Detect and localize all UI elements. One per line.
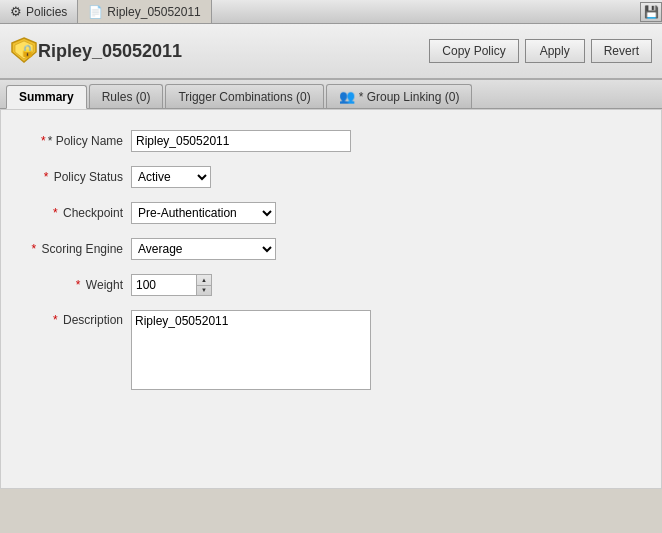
tab-trigger[interactable]: Trigger Combinations (0) <box>165 84 323 108</box>
description-row: * Description Ripley_05052011 <box>21 310 641 390</box>
header-bar: 🔒 Ripley_05052011 Copy Policy Apply Reve… <box>0 24 662 80</box>
weight-input[interactable] <box>131 274 196 296</box>
save-icon: 💾 <box>644 5 659 19</box>
page-title: Ripley_05052011 <box>38 41 429 62</box>
gear-icon: ⚙ <box>10 4 22 19</box>
scoring-engine-label: * Scoring Engine <box>21 242 131 256</box>
policies-tab-label: Policies <box>26 5 67 19</box>
policy-status-select[interactable]: Active Inactive <box>131 166 211 188</box>
scoring-engine-select-wrap: Average Minimum Maximum Sum <box>131 238 276 260</box>
weight-row: * Weight ▲ ▼ <box>21 274 641 296</box>
scoring-engine-row: * Scoring Engine Average Minimum Maximum… <box>21 238 641 260</box>
tab-group-linking-label: * Group Linking (0) <box>359 90 460 104</box>
checkpoint-select[interactable]: Pre-Authentication Post-Authentication P… <box>131 202 276 224</box>
weight-spinner[interactable]: ▲ ▼ <box>196 274 212 296</box>
revert-button[interactable]: Revert <box>591 39 652 63</box>
policy-status-select-wrap: Active Inactive <box>131 166 211 188</box>
checkpoint-label: * Checkpoint <box>21 206 131 220</box>
save-button[interactable]: 💾 <box>640 2 662 22</box>
policy-detail-tab[interactable]: 📄 Ripley_05052011 <box>77 0 211 23</box>
weight-spinner-down[interactable]: ▼ <box>197 286 211 296</box>
weight-label: * Weight <box>21 278 131 292</box>
svg-text:🔒: 🔒 <box>20 43 35 58</box>
tab-bar: Summary Rules (0) Trigger Combinations (… <box>0 80 662 109</box>
policy-name-input[interactable] <box>131 130 351 152</box>
policy-name-label: ** Policy Name <box>21 134 131 148</box>
policy-detail-tab-label: Ripley_05052011 <box>107 5 200 19</box>
policies-tab[interactable]: ⚙ Policies <box>0 0 77 23</box>
required-star: * <box>41 134 46 148</box>
title-bar: ⚙ Policies 📄 Ripley_05052011 💾 <box>0 0 662 24</box>
policy-status-label: * Policy Status <box>21 170 131 184</box>
group-linking-icon: 👥 <box>339 89 355 104</box>
checkpoint-row: * Checkpoint Pre-Authentication Post-Aut… <box>21 202 641 224</box>
copy-policy-button[interactable]: Copy Policy <box>429 39 518 63</box>
content-area: ** Policy Name * Policy Status Active In… <box>0 109 662 489</box>
tab-summary[interactable]: Summary <box>6 85 87 109</box>
weight-input-wrap: ▲ ▼ <box>131 274 212 296</box>
weight-spinner-up[interactable]: ▲ <box>197 275 211 286</box>
apply-button[interactable]: Apply <box>525 39 585 63</box>
description-label: * Description <box>21 310 131 327</box>
tab-trigger-label: Trigger Combinations (0) <box>178 90 310 104</box>
checkpoint-select-wrap: Pre-Authentication Post-Authentication P… <box>131 202 276 224</box>
tab-rules-label: Rules (0) <box>102 90 151 104</box>
scoring-engine-select[interactable]: Average Minimum Maximum Sum <box>131 238 276 260</box>
tab-group-linking[interactable]: 👥 * Group Linking (0) <box>326 84 473 108</box>
tab-summary-label: Summary <box>19 90 74 104</box>
policy-status-row: * Policy Status Active Inactive <box>21 166 641 188</box>
shield-icon: 🔒 <box>10 36 38 67</box>
policy-name-row: ** Policy Name <box>21 130 641 152</box>
document-icon: 📄 <box>88 5 103 19</box>
header-buttons: Copy Policy Apply Revert <box>429 39 652 63</box>
tab-rules[interactable]: Rules (0) <box>89 84 164 108</box>
description-textarea[interactable]: Ripley_05052011 <box>131 310 371 390</box>
